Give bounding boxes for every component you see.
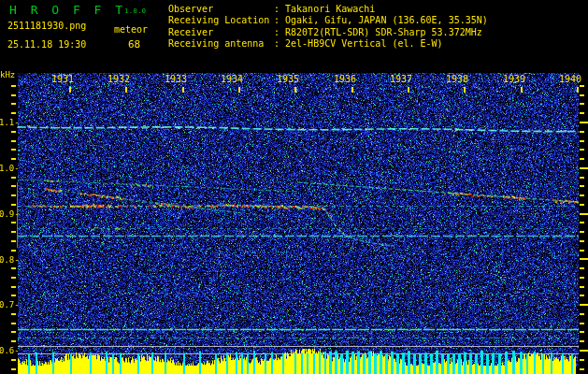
y-tick-label: 1.1- [0, 118, 18, 127]
x-tick-label: 1938 [438, 74, 476, 84]
observation-datetime: 25.11.18 19:30 [7, 39, 86, 50]
observation-mode: meteor [114, 24, 148, 35]
y-tick-label: 0.6- [0, 346, 18, 355]
y-tick-label: 0.7- [0, 300, 18, 309]
x-tick-label: 1937 [382, 74, 420, 84]
y-tick-label: 0.9- [0, 209, 18, 219]
x-tick-label: 1933 [157, 74, 194, 84]
app-title: H R O F F T [9, 3, 126, 17]
info-label: Receiving antenna [168, 38, 274, 50]
x-tick-label: 1936 [326, 74, 364, 84]
y-axis-unit: kHz [0, 70, 15, 79]
hrofft-window: H R O F F T 1.0.0 2511181930.png meteor … [0, 0, 588, 374]
x-tick-label: 1932 [100, 74, 137, 84]
station-info: Observer: Takanori KawachiReceiving Loca… [168, 4, 488, 50]
x-tick-label: 1939 [495, 74, 533, 84]
app-version: 1.0.0 [124, 7, 147, 15]
output-filename: 2511181930.png [7, 21, 86, 31]
info-value: : R820T2(RTL-SDR) SDR-Sharp 53.372MHz [274, 27, 482, 37]
info-row: Observer: Takanori Kawachi [168, 4, 488, 15]
spectrogram-canvas [0, 0, 588, 374]
x-tick-label: 1931 [44, 74, 81, 84]
info-label: Receiving Location [168, 15, 274, 26]
x-tick-label: 1940 [552, 74, 588, 84]
y-tick-label: 1.0- [0, 164, 18, 173]
info-value: : Takanori Kawachi [274, 4, 375, 14]
x-tick-label: 1935 [269, 74, 307, 84]
info-row: Receiving Location: Ogaki, Gifu, JAPAN (… [168, 15, 488, 26]
info-label: Receiver [168, 27, 274, 38]
info-row: Receiving antenna: 2el-HB9CV Vertical (e… [168, 38, 488, 50]
info-label: Observer [168, 4, 274, 15]
info-value: : Ogaki, Gifu, JAPAN (136.60E, 35.35N) [274, 15, 488, 25]
meteor-count: 68 [128, 38, 140, 50]
info-value: : 2el-HB9CV Vertical (el. E-W) [274, 38, 443, 49]
x-tick-label: 1934 [213, 74, 251, 84]
info-row: Receiver: R820T2(RTL-SDR) SDR-Sharp 53.3… [168, 27, 488, 38]
y-tick-label: 0.8- [0, 255, 18, 265]
